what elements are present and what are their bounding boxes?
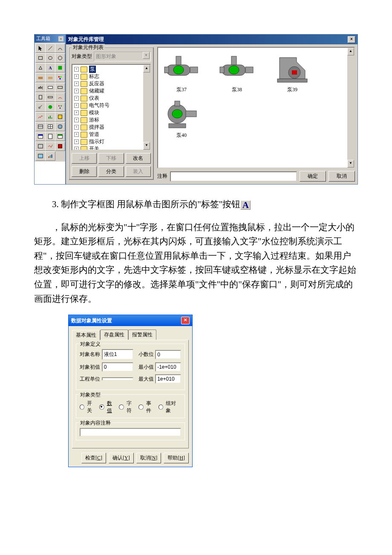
svg-rect-54 (292, 70, 297, 75)
category-tree[interactable]: +泵 +标志 +反应器 +储藏罐 +仪表 +电气符号 +模块 +游标 +搅拌器 … (72, 64, 151, 150)
check-button[interactable]: 检查[C] (81, 453, 106, 463)
tool-bar[interactable] (45, 151, 55, 161)
toolbox-grid: A ab| (35, 43, 65, 162)
help-button[interactable]: 帮助[H] (164, 453, 189, 463)
svg-rect-58 (186, 111, 196, 117)
tool-grid-icon[interactable] (55, 112, 65, 121)
unit-input[interactable] (102, 377, 134, 381)
tool-arc[interactable] (55, 92, 65, 102)
decimal-input[interactable]: 0 (155, 350, 181, 359)
svg-rect-46 (190, 67, 198, 73)
scroll-down-icon[interactable]: ▼ (143, 142, 150, 150)
tab-alarm[interactable]: 报警属性 (128, 330, 156, 340)
tool-point[interactable] (35, 102, 46, 112)
svg-rect-13 (48, 96, 53, 98)
close-icon[interactable]: ✕ (181, 317, 190, 324)
max-input[interactable]: 1e+010 (155, 374, 181, 384)
tool-button-icon[interactable] (55, 83, 65, 92)
prop-titlebar: 数据对象属性设置 ✕ (69, 315, 192, 326)
tool-list[interactable] (55, 132, 65, 141)
radio-switch[interactable] (80, 405, 84, 410)
tool-input[interactable] (45, 83, 55, 92)
tool-rect[interactable] (35, 53, 46, 63)
svg-rect-5 (38, 77, 43, 79)
pump-40[interactable]: 泵40 (162, 98, 201, 139)
tool-spec2[interactable] (45, 142, 55, 151)
tool-spec3[interactable] (55, 142, 65, 151)
tool-fill2[interactable] (45, 73, 55, 82)
paragraph-1: 3. 制作文字框图 用鼠标单击图所示的"标签"按钮A (34, 197, 358, 212)
radio-event[interactable] (138, 405, 143, 410)
tool-color[interactable] (55, 63, 65, 72)
pump-38[interactable]: 泵38 (218, 52, 256, 93)
tool-tank[interactable] (35, 92, 46, 102)
type-label: 对象类型 (72, 53, 92, 60)
delete-button[interactable]: 删除 (72, 166, 97, 177)
tool-db[interactable] (55, 122, 65, 131)
scroll-up-icon[interactable]: ▲ (347, 48, 354, 55)
svg-rect-47 (164, 67, 169, 73)
move-down-button[interactable]: 下移 (98, 153, 124, 164)
radio-string[interactable] (119, 405, 124, 410)
tool-curve[interactable] (55, 43, 65, 53)
name-input[interactable]: 液位1 (102, 349, 134, 360)
min-input[interactable]: -1e+010 (155, 362, 181, 372)
component-library-screenshot: 工具箱 × A ab| (34, 34, 358, 185)
ok-button[interactable]: 确定 (300, 171, 326, 182)
scroll-up-icon[interactable]: ▲ (143, 65, 150, 72)
tool-table2[interactable] (45, 122, 55, 131)
tool-img[interactable] (35, 151, 46, 161)
tool-report[interactable] (45, 132, 55, 141)
init-input[interactable]: 0 (102, 362, 134, 372)
tool-circle[interactable] (55, 53, 65, 63)
radio-group[interactable] (159, 405, 163, 410)
pump-37[interactable]: 泵37 (162, 52, 201, 93)
tab-basic[interactable]: 基本属性 (72, 330, 100, 340)
tool-text-a[interactable]: A (45, 63, 55, 72)
close-icon[interactable]: × (58, 36, 63, 41)
toolbox-title-text: 工具箱 (36, 35, 50, 42)
dialog-title-text: 对象元件库管理 (68, 36, 104, 43)
comment-input[interactable] (170, 171, 297, 182)
confirm-button[interactable]: 确认[Y] (109, 453, 134, 463)
move-up-button[interactable]: 上移 (72, 153, 97, 164)
svg-rect-22 (52, 118, 52, 119)
tab-save[interactable]: 存盘属性 (100, 330, 128, 340)
category-button[interactable]: 分类 (98, 166, 124, 177)
tool-chart1[interactable] (35, 112, 46, 121)
tool-polygon[interactable] (35, 63, 46, 72)
svg-rect-59 (175, 101, 180, 106)
type-dropdown[interactable]: 图形对象 (94, 52, 151, 61)
svg-rect-42 (52, 155, 52, 158)
scroll-down-icon[interactable]: ▼ (347, 160, 354, 168)
load-button[interactable]: 装入 (126, 166, 151, 177)
dialog-titlebar: 对象元件库管理 × (66, 35, 357, 44)
cancel-button[interactable]: 取消 (329, 171, 355, 182)
tool-ellipse[interactable] (45, 53, 55, 63)
tool-palette[interactable] (55, 73, 65, 82)
tool-table1[interactable] (35, 122, 46, 131)
svg-point-39 (39, 155, 40, 156)
pump-39[interactable]: 泵39 (273, 52, 311, 93)
rename-button[interactable]: 改名 (126, 153, 151, 164)
tool-window[interactable] (35, 132, 46, 141)
tool-fill1[interactable] (35, 73, 46, 82)
tool-line[interactable] (45, 43, 55, 53)
tool-ab[interactable]: ab| (35, 83, 46, 92)
paragraph-2: ，鼠标的光标变为"十"字形，在窗口任何位置拖拽鼠标，拉出一个一定大小的矩形。建立… (34, 220, 358, 306)
comment-textarea[interactable] (80, 428, 181, 436)
svg-rect-55 (277, 79, 307, 82)
cancel-button[interactable]: 取消[N] (136, 453, 161, 463)
tool-check[interactable] (45, 102, 55, 112)
tool-spec1[interactable] (35, 142, 46, 151)
radio-numeric[interactable] (99, 405, 104, 410)
tool-pointer[interactable] (35, 43, 46, 53)
name-label: 对象名称 (80, 351, 102, 358)
toolbox-titlebar: 工具箱 × (35, 35, 65, 43)
tool-chart2[interactable] (45, 112, 55, 121)
svg-point-19 (60, 107, 61, 109)
tool-pipe[interactable] (45, 92, 55, 102)
close-icon[interactable]: × (348, 36, 355, 43)
tool-dots[interactable] (55, 102, 65, 112)
svg-rect-10 (48, 86, 53, 88)
